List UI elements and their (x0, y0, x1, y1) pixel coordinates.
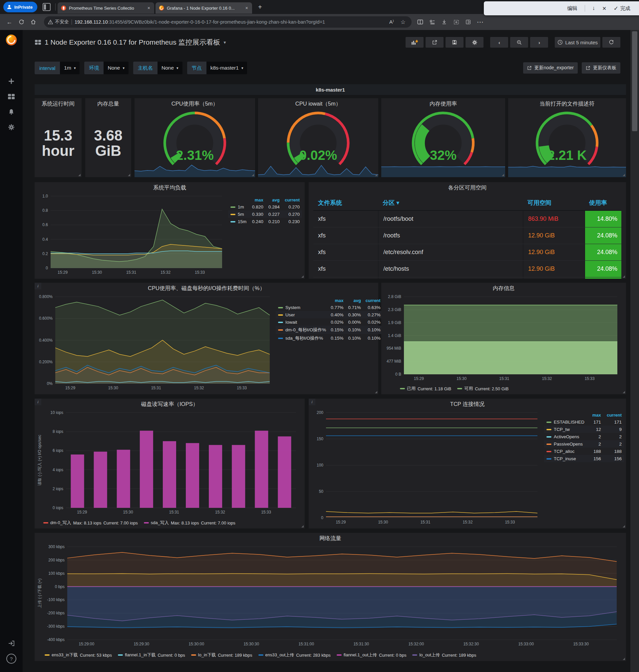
dashboard-title-group[interactable]: 1 Node Exporter 0.16 0.17 for Prometheus… (35, 37, 226, 47)
panel-info-icon[interactable]: i (309, 398, 315, 405)
read-aloud-icon[interactable]: A⁾ (387, 19, 396, 25)
legend-series-name[interactable]: TCP_tw (544, 426, 589, 433)
legend-series-name[interactable]: ActiveOpens (544, 433, 589, 440)
workspaces-icon[interactable] (43, 3, 51, 11)
dashboard-settings-button[interactable] (466, 37, 483, 48)
resize-handle[interactable] (623, 391, 625, 393)
legend-series-name[interactable]: dm-0_每秒I/O操作% (276, 326, 328, 334)
legend-header[interactable]: max (589, 412, 603, 418)
dashboard-link[interactable]: 更新仪表板 (582, 62, 620, 74)
tcp-chart[interactable]: 05010015020015:2915:3015:3115:3215:33 (311, 410, 542, 526)
resize-handle[interactable] (375, 391, 377, 393)
table-column-header[interactable]: 文件系统 (313, 199, 378, 207)
chevron-down-icon[interactable]: ▾ (224, 40, 226, 45)
iops-chart[interactable]: 0 iops2 iops4 iops6 iops8 iops10 iops15:… (37, 410, 301, 516)
legend-header[interactable]: max (249, 197, 266, 203)
capture-save-icon[interactable]: ↓ (592, 5, 595, 12)
panel-title[interactable]: 当前打开的文件描述符 (508, 98, 626, 109)
capture-edit-button[interactable]: 编辑 (567, 5, 577, 12)
sidebar-create-button[interactable] (0, 74, 22, 89)
tab-close-icon[interactable]: × (146, 5, 152, 11)
table-column-header[interactable]: 可用空间 (523, 199, 585, 207)
resize-handle[interactable] (623, 525, 625, 528)
resize-handle[interactable] (252, 174, 254, 176)
legend-header[interactable]: current (363, 297, 383, 304)
legend-series-name[interactable]: PassiveOpens (544, 440, 589, 448)
address-bar[interactable]: 不安全 192.168.112.10:31455/d/9CWBz0bik/1-n… (44, 16, 411, 28)
sidebar-alerting-button[interactable] (0, 105, 22, 119)
resize-handle[interactable] (375, 174, 377, 176)
legend-item[interactable]: dm-0_写入Max: 8.13 iopsCurrent: 7.00 iops (43, 520, 138, 526)
capture-done-button[interactable]: ✓ 完成 (614, 5, 630, 12)
table-column-header[interactable]: 分区 ▾ (378, 199, 523, 207)
web-capture-button[interactable] (450, 16, 462, 28)
variable-value[interactable]: 1m ▾ (60, 62, 80, 74)
url-text[interactable]: 192.168.112.10:31455/d/9CWBz0bik/1-node-… (75, 19, 385, 25)
tab-prometheus[interactable]: Prometheus Time Series Collectio × (58, 2, 154, 14)
zoom-out-button[interactable] (510, 37, 528, 48)
scrollbar[interactable] (630, 30, 639, 672)
legend-item[interactable]: ens33_in下载Current: 53 kbps (45, 652, 112, 658)
resize-handle[interactable] (623, 658, 625, 660)
variable-节点[interactable]: 节点k8s-master1 ▾ (187, 62, 247, 74)
panel-title[interactable]: 系统平均负载 (35, 182, 305, 193)
legend-series-name[interactable]: sda_每秒I/O操作% (276, 334, 328, 342)
panel-title[interactable]: CPU使用率（5m） (135, 98, 255, 109)
panel-title[interactable]: 内存使用率 (381, 98, 505, 109)
legend-series-name[interactable]: User (276, 311, 328, 318)
variable-value[interactable]: None ▾ (157, 62, 183, 74)
tab-grafana[interactable]: Grafana - 1 Node Exporter 0.16 0... × (156, 2, 252, 14)
site-security[interactable]: 不安全 (48, 19, 69, 25)
refresh-dashboard-button[interactable] (602, 37, 620, 48)
variable-value[interactable]: k8s-master1 ▾ (206, 62, 247, 74)
legend-item[interactable]: ens33_out上传Current: 283 kbps (259, 652, 331, 658)
memory-chart[interactable]: 0 B477 MiB954 MiB1.4 GiB1.9 GiB2.3 GiB2.… (383, 294, 622, 382)
sidebar-help-button[interactable]: ? (0, 651, 22, 666)
legend-item[interactable]: flannel.1_out上传Current: 0 bps (337, 652, 407, 658)
legend-series-name[interactable]: System (276, 304, 328, 311)
panel-title[interactable]: 内存信息 (381, 283, 626, 293)
dashboard-link[interactable]: 更新node_exporter (523, 62, 578, 74)
resize-handle[interactable] (78, 174, 81, 176)
new-tab-button[interactable]: + (255, 3, 265, 12)
sidebar-signin-button[interactable] (0, 636, 22, 651)
load-average-chart[interactable]: 00.20.40.60.81.015:2915:3015:3115:3215:3… (37, 193, 227, 276)
cpu-io-chart[interactable]: 0%0.200%0.400%0.600%0.800%15:2915:3015:3… (37, 294, 275, 392)
legend-header[interactable]: current (282, 197, 302, 203)
network-chart[interactable]: -400 kbps-300 kbps-200 kbps-100 kbps0 bp… (37, 544, 621, 648)
panel-title[interactable]: CPU使用率、磁盘每秒的I/O操作耗费时间（%） (35, 283, 378, 293)
panel-title[interactable]: 网络流量 (35, 533, 626, 544)
inprivate-badge[interactable]: InPrivate (3, 2, 37, 12)
panel-title[interactable]: TCP 连接情况 (309, 398, 626, 409)
legend-item[interactable]: lo_in下载Current: 189 kbps (191, 652, 252, 658)
time-back-button[interactable]: ‹ (490, 37, 508, 48)
sidebar-configuration-button[interactable] (0, 120, 22, 135)
table-column-header[interactable]: 使用率 (585, 199, 621, 207)
panel-info-icon[interactable]: i (35, 283, 41, 290)
resize-handle[interactable] (623, 276, 625, 278)
time-range-picker[interactable]: Last 5 minutes (555, 37, 601, 48)
grafana-logo[interactable] (5, 33, 18, 47)
legend-header[interactable]: avg (266, 197, 282, 203)
legend-series-name[interactable]: 5m (228, 210, 249, 218)
legend-item[interactable]: 已用Current: 1.18 GiB (400, 386, 451, 392)
legend-series-name[interactable]: TCP_alloc (544, 448, 589, 455)
favorite-star-icon[interactable]: ☆ (399, 19, 408, 26)
legend-item[interactable]: flannel.1_in下载Current: 0 bps (118, 652, 185, 658)
resize-handle[interactable] (301, 525, 304, 528)
legend-header[interactable]: current (603, 412, 624, 418)
legend-item[interactable]: lo_out上传Current: 189 kbps (412, 652, 476, 658)
panel-info-icon[interactable]: i (35, 398, 41, 405)
tab-close-icon[interactable]: × (244, 5, 249, 11)
settings-more-button[interactable]: ⋯ (474, 16, 486, 28)
legend-series-name[interactable]: TCP_inuse (544, 455, 589, 462)
add-panel-button[interactable] (406, 37, 423, 48)
browser-essentials-button[interactable] (462, 16, 474, 28)
resize-handle[interactable] (623, 174, 625, 176)
legend-series-name[interactable]: Iowait (276, 318, 328, 326)
time-forward-button[interactable]: › (530, 37, 548, 48)
legend-series-name[interactable]: 1m (228, 203, 249, 210)
favorites-button[interactable] (426, 16, 438, 28)
share-dashboard-button[interactable] (425, 37, 443, 48)
resize-handle[interactable] (128, 174, 130, 176)
